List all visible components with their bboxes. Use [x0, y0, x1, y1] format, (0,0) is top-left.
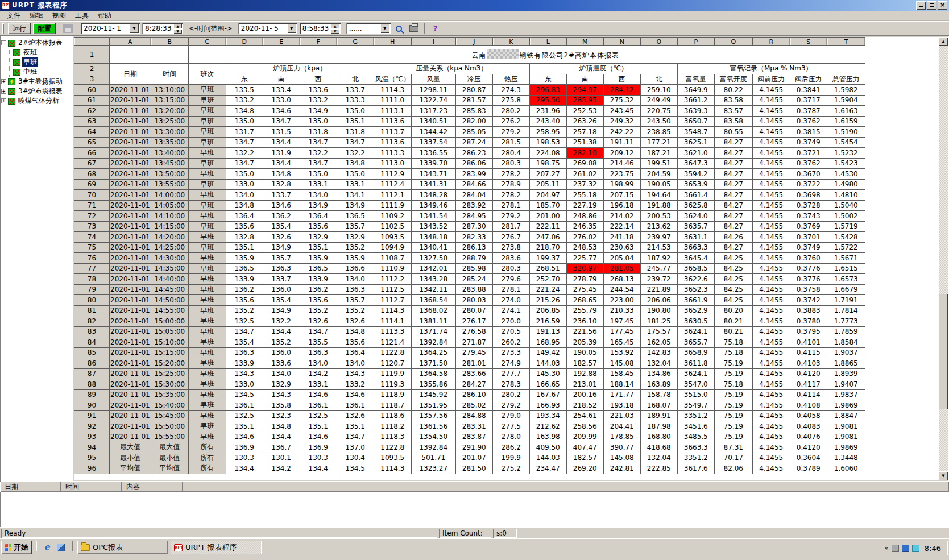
scroll-up-icon[interactable]: ▲ [939, 37, 948, 46]
tree-item-label[interactable]: 早班 [22, 57, 38, 67]
column-header-J[interactable]: J [455, 38, 492, 46]
time-to-spinner[interactable]: 8:58:33 ▲▼ [300, 23, 341, 34]
row-number[interactable]: 67 [74, 158, 110, 169]
log-column-date[interactable]: 日期 [0, 482, 61, 492]
search-icon[interactable] [393, 23, 405, 34]
row-number[interactable]: 76 [74, 253, 110, 264]
tree-item-label[interactable]: 3#主卷扬振动 [17, 77, 64, 86]
row-number[interactable]: 73 [74, 221, 110, 232]
row-number[interactable]: 61 [74, 95, 110, 106]
row-number[interactable]: 90 [74, 400, 110, 411]
row-number[interactable]: 95 [74, 453, 110, 463]
expand-icon[interactable]: + [1, 79, 6, 84]
row-number[interactable]: 81 [74, 305, 110, 316]
ie-icon[interactable]: e [44, 543, 53, 552]
menu-tools[interactable]: 工具 [71, 10, 93, 21]
save-icon[interactable] [63, 23, 74, 34]
row-number[interactable]: 79 [74, 284, 110, 295]
menu-help[interactable]: 帮助 [93, 10, 116, 21]
app-shortcut-icon[interactable] [57, 544, 65, 551]
tree-item-label[interactable]: 3#炉布袋报表 [17, 86, 64, 96]
row-number[interactable]: 66 [74, 148, 110, 159]
date-to-picker[interactable]: 2020-11- 5 ▼ [238, 23, 297, 34]
tree-item-3#炉布袋报表[interactable]: +3#炉布袋报表 [1, 86, 72, 96]
tray-monitor-icon[interactable] [902, 545, 909, 552]
toolbar-grip[interactable] [2, 23, 4, 34]
row-number[interactable]: 65 [74, 137, 110, 148]
config-button[interactable]: 配置 [33, 23, 56, 34]
row-number[interactable]: 93 [74, 432, 110, 442]
row-number[interactable]: 85 [74, 347, 110, 358]
row-number[interactable]: 78 [74, 274, 110, 285]
column-header-F[interactable]: F [300, 38, 337, 46]
spinner-arrows-icon[interactable]: ▲▼ [331, 24, 339, 34]
filter-combobox[interactable]: ...... ▼ [346, 23, 391, 34]
tree-item-早班[interactable]: 早班 [10, 57, 72, 67]
scroll-down-icon[interactable]: ▼ [939, 471, 948, 480]
menu-file[interactable]: 文件 [2, 10, 25, 21]
column-header-G[interactable]: G [337, 38, 374, 46]
column-header-C[interactable]: C [188, 38, 226, 46]
column-header-N[interactable]: N [603, 38, 640, 46]
chevron-left-icon[interactable]: « [884, 544, 888, 552]
vertical-scrollbar[interactable]: ▲ ▼ [939, 37, 948, 480]
tray-network-icon[interactable] [912, 545, 919, 552]
row-number[interactable]: 71 [74, 200, 110, 211]
minimize-button[interactable] [916, 1, 926, 10]
log-column-time[interactable]: 时间 [61, 482, 122, 492]
column-header-T[interactable]: T [827, 38, 865, 46]
time-from-spinner[interactable]: 8:28:33 ▲▼ [142, 23, 183, 34]
tree-item-label[interactable]: 喷煤气体分析 [17, 96, 60, 106]
tree-item-label[interactable]: 中班 [22, 67, 38, 77]
row-number[interactable]: 88 [74, 379, 110, 390]
row-number[interactable]: 84 [74, 337, 110, 348]
column-header-P[interactable]: P [677, 38, 714, 46]
column-header-M[interactable]: M [566, 38, 603, 46]
column-header-H[interactable]: H [374, 38, 411, 46]
task-button-opc[interactable]: OPC报表 [77, 541, 168, 554]
row-number[interactable]: 64 [74, 127, 110, 138]
row-number[interactable]: 72 [74, 211, 110, 222]
help-icon[interactable]: ? [429, 23, 442, 34]
row-number[interactable]: 92 [74, 421, 110, 432]
row-number[interactable]: 91 [74, 410, 110, 421]
row-number[interactable]: 89 [74, 389, 110, 400]
menu-edit[interactable]: 编辑 [25, 10, 48, 21]
print-icon[interactable] [408, 23, 420, 34]
chevron-down-icon[interactable]: ▼ [287, 24, 296, 33]
close-button[interactable]: × [938, 1, 947, 10]
start-button[interactable]: 开始 [1, 541, 32, 554]
row-number[interactable]: 68 [74, 169, 110, 180]
chevron-down-icon[interactable]: ▼ [130, 24, 139, 33]
tree-item-label[interactable]: 夜班 [22, 48, 38, 57]
scrollbar-thumb[interactable] [939, 294, 948, 409]
row-number[interactable]: 96 [74, 463, 110, 474]
row-number[interactable]: 74 [74, 232, 110, 243]
row-number[interactable]: 63 [74, 116, 110, 127]
row-number[interactable]: 69 [74, 179, 110, 190]
column-header-E[interactable]: E [263, 38, 300, 46]
date-from-picker[interactable]: 2020-11- 1 ▼ [81, 23, 140, 34]
row-number[interactable]: 70 [74, 190, 110, 201]
column-header-K[interactable]: K [492, 38, 529, 46]
tree-item-label[interactable]: 2#炉本体报表 [17, 38, 64, 48]
menu-view[interactable]: 视图 [48, 10, 71, 21]
column-header-Q[interactable]: Q [714, 38, 752, 46]
row-number[interactable]: 62 [74, 106, 110, 117]
column-header-A[interactable]: A [110, 38, 151, 46]
column-header-D[interactable]: D [226, 38, 263, 46]
maximize-button[interactable] [927, 1, 936, 10]
tree-item-喷煤气体分析[interactable]: +喷煤气体分析 [1, 96, 72, 106]
tree-item-夜班[interactable]: 夜班 [10, 48, 72, 57]
spinner-arrows-icon[interactable]: ▲▼ [173, 24, 182, 34]
row-number[interactable]: 83 [74, 326, 110, 337]
row-number[interactable]: 77 [74, 263, 110, 274]
tree-item-3#主卷扬振动[interactable]: +3#主卷扬振动 [1, 77, 72, 86]
tree-item-中班[interactable]: 中班 [10, 67, 72, 77]
row-number[interactable]: 87 [74, 368, 110, 379]
row-number[interactable]: 94 [74, 442, 110, 453]
tray-printer-icon[interactable] [892, 545, 899, 552]
column-header-B[interactable]: B [151, 38, 188, 46]
row-number[interactable]: 82 [74, 316, 110, 327]
row-number[interactable]: 86 [74, 358, 110, 369]
